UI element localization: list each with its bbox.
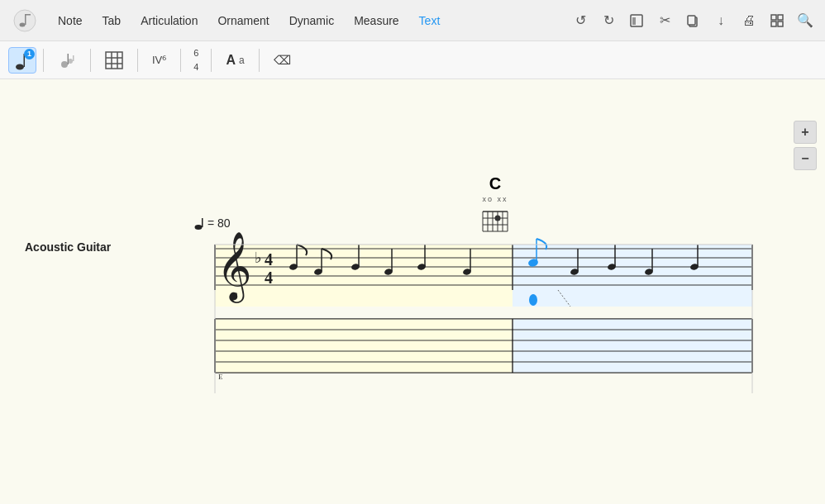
svg-rect-17 [73,55,74,61]
menu-dynamic[interactable]: Dynamic [279,9,344,32]
svg-rect-18 [106,52,122,69]
time-sig-label: 6 [193,48,198,58]
svg-rect-3 [25,14,31,16]
time-sig-button[interactable]: 6 4 [188,47,204,74]
zoom-icon[interactable]: 🔍 [794,9,817,32]
svg-rect-15 [68,54,69,64]
time-sig-denom: 4 [193,62,198,72]
window-icon[interactable] [625,9,648,32]
score-area: Acoustic Guitar = 80 C xo xx [0,79,825,504]
menu-measure[interactable]: Measure [344,9,408,32]
svg-point-12 [16,64,24,69]
menu-articulation[interactable]: Articulation [131,9,207,32]
svg-rect-90 [513,319,751,373]
svg-point-1 [20,22,26,26]
menu-bar: Note Tab Articulation Ornament Dynamic M… [0,0,825,41]
text-style-button[interactable]: Aa [218,47,251,74]
svg-rect-8 [771,15,776,20]
separator-6 [259,49,260,72]
undo-icon[interactable]: ↺ [569,9,592,32]
svg-rect-11 [778,21,783,26]
delete-icon: ⌫ [274,53,291,68]
download-icon[interactable]: ↓ [709,9,732,32]
grid-icon[interactable] [765,9,789,32]
menu-ornament[interactable]: Ornament [207,9,279,32]
add-measure-button[interactable]: + [794,121,817,144]
side-buttons: + − [794,121,817,170]
menu-note[interactable]: Note [48,9,93,32]
remove-measure-button[interactable]: − [794,147,817,170]
separator-3 [137,49,138,72]
svg-rect-5 [632,17,636,25]
toolbar: 1 IV⁶ 6 4 Aa [0,41,825,79]
menu-text[interactable]: Text [409,9,451,32]
roman-numeral-label: IV⁶ [152,54,166,66]
svg-point-16 [68,59,73,64]
copy-icon[interactable] [681,9,704,32]
svg-rect-10 [771,21,776,26]
chord-name: C [479,174,511,193]
separator-5 [211,49,212,72]
print-icon[interactable]: 🖨 [737,9,761,32]
svg-rect-89 [216,319,512,373]
redo-icon[interactable]: ↻ [597,9,620,32]
chord-xo: xo xx [479,195,511,203]
svg-rect-2 [25,14,26,25]
svg-rect-9 [778,15,783,20]
svg-text:♭: ♭ [255,250,261,266]
separator-2 [90,49,91,72]
roman-numeral-button[interactable]: IV⁶ [145,47,174,74]
voice-button[interactable] [50,47,83,74]
text-aa-label: A [226,53,236,68]
separator-1 [43,49,44,72]
svg-rect-7 [688,16,695,25]
staff-svg: 𝄞 ♭ 4 4 [182,207,761,393]
delete-button[interactable]: ⌫ [266,47,298,74]
menu-tab[interactable]: Tab [93,9,131,32]
svg-text:4: 4 [265,250,273,269]
svg-text:4: 4 [265,269,273,287]
svg-point-14 [61,61,68,68]
instrument-label: Acoustic Guitar [25,240,111,254]
cut-icon[interactable]: ✂ [653,9,676,32]
note-input-button[interactable]: 1 [8,47,36,74]
svg-text:E: E [218,373,223,381]
grid-button[interactable] [98,47,131,74]
app-logo [8,4,41,37]
menu-right-icons: ↺ ↻ ✂ ↓ 🖨 🔍 [569,9,817,32]
main-content: Acoustic Guitar = 80 C xo xx [0,79,825,504]
svg-text:8: 8 [233,290,238,300]
separator-4 [180,49,181,72]
